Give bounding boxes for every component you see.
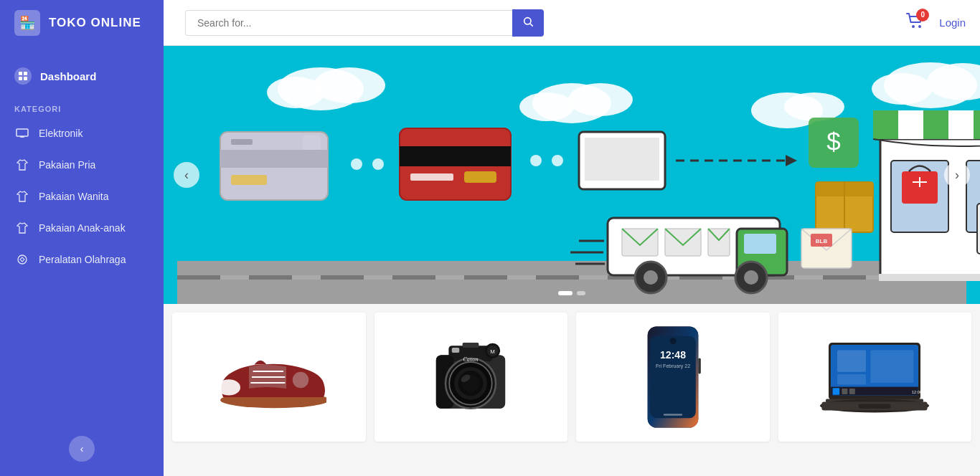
banner-prev-button[interactable]: ‹ xyxy=(174,162,199,188)
svg-rect-37 xyxy=(220,150,328,168)
layout: Dashboard KATEGORI Elektronik Pakaian Pr… xyxy=(0,46,980,476)
svg-point-49 xyxy=(552,155,563,166)
svg-text:Canon: Canon xyxy=(463,356,479,363)
banner-inner: $ xyxy=(164,46,980,304)
svg-rect-69 xyxy=(902,171,938,204)
shoe-image xyxy=(212,341,326,413)
svg-rect-131 xyxy=(837,350,866,371)
svg-rect-40 xyxy=(303,135,321,150)
svg-rect-102 xyxy=(463,343,479,348)
banner: $ xyxy=(164,46,980,304)
svg-rect-127 xyxy=(833,388,840,395)
pakaian-pria-label: Pakaian Pria xyxy=(39,159,95,171)
kategori-label: KATEGORI xyxy=(0,97,164,118)
sidebar: Dashboard KATEGORI Elektronik Pakaian Pr… xyxy=(0,46,164,476)
svg-rect-45 xyxy=(400,146,511,166)
svg-point-27 xyxy=(267,77,324,108)
sidebar-item-pakaian-anak[interactable]: Pakaian Anak-anak xyxy=(0,212,164,244)
svg-point-11 xyxy=(18,255,27,264)
pakaian-wanita-icon xyxy=(14,189,30,204)
sidebar-item-peralatan-olahraga[interactable]: Peralatan Olahraga xyxy=(0,244,164,275)
svg-point-29 xyxy=(568,83,633,116)
main-content: $ xyxy=(164,46,980,476)
svg-text:M: M xyxy=(491,348,496,355)
product-card-phone[interactable]: 12:48 Fri February 22 xyxy=(576,313,770,442)
elektronik-icon xyxy=(14,125,30,141)
svg-rect-51 xyxy=(585,138,659,181)
svg-rect-15 xyxy=(220,275,249,280)
banner-dot-1[interactable] xyxy=(558,291,573,295)
camera-image: M Canon xyxy=(428,327,514,427)
svg-point-3 xyxy=(918,25,921,28)
pakaian-anak-icon xyxy=(14,220,30,236)
search-button[interactable] xyxy=(512,9,544,37)
svg-rect-122 xyxy=(698,358,701,374)
svg-point-30 xyxy=(519,92,574,121)
banner-dot-2[interactable] xyxy=(577,291,585,295)
product-card-shoe[interactable] xyxy=(172,313,366,442)
svg-text:12:48: 12:48 xyxy=(660,349,686,361)
sidebar-collapse-button[interactable]: ‹ xyxy=(69,436,95,462)
sidebar-item-pakaian-pria[interactable]: Pakaian Pria xyxy=(0,149,164,181)
svg-point-97 xyxy=(293,372,308,388)
banner-dots xyxy=(558,291,585,295)
svg-rect-61 xyxy=(873,110,898,139)
dashboard-label: Dashboard xyxy=(40,70,96,82)
sidebar-dashboard[interactable]: Dashboard xyxy=(0,60,164,92)
banner-next-button[interactable]: › xyxy=(944,162,970,188)
header: 🏪 TOKO ONLINE 0 Login xyxy=(0,0,980,46)
svg-rect-114 xyxy=(452,348,460,353)
login-button[interactable]: Login xyxy=(939,16,966,29)
svg-rect-121 xyxy=(664,414,682,416)
svg-rect-4 xyxy=(19,72,22,75)
svg-point-118 xyxy=(669,338,676,344)
svg-point-48 xyxy=(530,155,542,166)
svg-rect-76 xyxy=(879,274,980,281)
svg-rect-7 xyxy=(24,77,27,80)
svg-point-98 xyxy=(217,379,240,395)
svg-rect-5 xyxy=(24,72,27,75)
search-area xyxy=(185,9,544,37)
peralatan-icon xyxy=(14,252,30,267)
svg-rect-16 xyxy=(292,275,321,280)
cart-badge: 0 xyxy=(916,9,929,22)
svg-point-35 xyxy=(784,92,844,121)
svg-rect-128 xyxy=(842,389,848,394)
svg-text:Fri February 22: Fri February 22 xyxy=(656,363,690,369)
svg-rect-19 xyxy=(507,275,536,280)
svg-rect-38 xyxy=(231,175,267,185)
sidebar-item-elektronik[interactable]: Elektronik xyxy=(0,118,164,149)
svg-rect-132 xyxy=(871,350,914,383)
svg-text:BLB: BLB xyxy=(816,238,828,244)
product-card-camera[interactable]: M Canon xyxy=(374,313,568,442)
svg-rect-63 xyxy=(923,110,948,139)
collapse-icon: ‹ xyxy=(80,443,84,454)
svg-rect-20 xyxy=(579,275,608,280)
dashboard-icon xyxy=(14,67,32,85)
peralatan-label: Peralatan Olahraga xyxy=(39,254,126,265)
svg-rect-133 xyxy=(837,374,866,384)
svg-point-84 xyxy=(644,270,658,285)
svg-text:$: $ xyxy=(826,127,840,155)
svg-rect-64 xyxy=(948,110,974,139)
phone-image: 12:48 Fri February 22 xyxy=(641,323,705,431)
laptop-image: 12:00 xyxy=(817,338,932,416)
banner-illustration: $ xyxy=(164,46,980,304)
sidebar-item-pakaian-wanita[interactable]: Pakaian Wanita xyxy=(0,181,164,212)
svg-rect-65 xyxy=(974,110,980,139)
svg-point-2 xyxy=(912,25,915,28)
search-input[interactable] xyxy=(185,10,512,36)
svg-point-26 xyxy=(314,67,385,103)
cart-button[interactable]: 0 xyxy=(906,13,925,33)
svg-point-41 xyxy=(351,158,362,170)
svg-rect-6 xyxy=(19,77,22,80)
product-card-laptop[interactable]: 12:00 xyxy=(778,313,972,442)
svg-point-86 xyxy=(744,270,758,285)
svg-point-33 xyxy=(872,73,932,105)
products-grid: M Canon xyxy=(164,304,980,450)
svg-rect-17 xyxy=(364,275,392,280)
header-right: 0 Login xyxy=(906,13,966,33)
svg-rect-62 xyxy=(898,110,923,139)
logo-icon: 🏪 xyxy=(14,10,40,36)
svg-line-1 xyxy=(530,24,533,27)
